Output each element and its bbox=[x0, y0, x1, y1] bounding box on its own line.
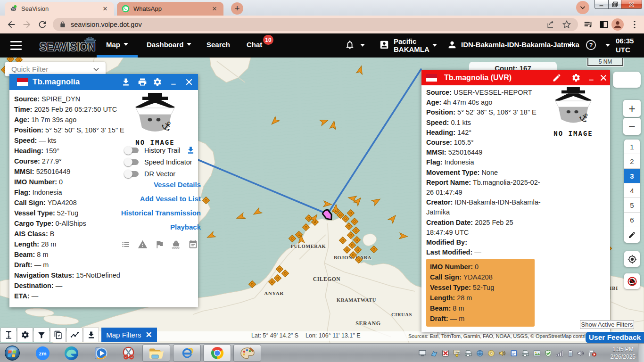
tray-volume-icon[interactable] bbox=[499, 350, 506, 357]
tray-printer-icon[interactable] bbox=[464, 350, 472, 357]
filter-button[interactable] bbox=[33, 328, 50, 342]
zoom-level-5[interactable]: 5 bbox=[624, 198, 640, 213]
download-icon[interactable] bbox=[121, 77, 131, 87]
taskbar-internet-explorer-app[interactable] bbox=[173, 345, 201, 362]
tray-display-icon[interactable] bbox=[419, 350, 427, 357]
tray-globe-icon[interactable] bbox=[476, 350, 484, 357]
zoom-level-6[interactable]: 6 bbox=[624, 213, 640, 227]
speed-indicator-toggle[interactable] bbox=[125, 159, 139, 165]
share-icon[interactable] bbox=[546, 20, 555, 29]
zoom-level-3[interactable]: 3 bbox=[624, 169, 640, 183]
gear-icon[interactable] bbox=[153, 77, 162, 87]
zoom-in-button[interactable]: + bbox=[623, 100, 641, 117]
browser-menu-dots-icon[interactable] bbox=[629, 19, 640, 30]
ship-icon[interactable] bbox=[171, 239, 181, 249]
notifications-bell-icon[interactable] bbox=[345, 39, 355, 50]
tray-network-share-icon[interactable] bbox=[430, 350, 438, 357]
account-name[interactable]: Pacific BAKAMLA bbox=[394, 37, 429, 53]
tab-close-icon[interactable]: ✕ bbox=[101, 5, 109, 13]
tab-whatsapp[interactable]: WhatsApp ✕ bbox=[117, 2, 223, 16]
calendar-icon[interactable] bbox=[188, 239, 198, 249]
tray-disconnected-icon[interactable] bbox=[442, 350, 449, 357]
historical-transmission-link[interactable]: Historical Transmission bbox=[118, 206, 201, 220]
taskbar-edge-app[interactable] bbox=[63, 345, 79, 361]
back-button[interactable] bbox=[6, 19, 17, 30]
tab-seavision[interactable]: SV SeaVision ✕ bbox=[5, 2, 114, 16]
menu-hamburger-icon[interactable] bbox=[10, 41, 22, 50]
taskbar-zoom-app[interactable]: zm bbox=[34, 345, 50, 361]
export-download-button[interactable] bbox=[83, 328, 99, 342]
taskbar-snipping-tool-app[interactable] bbox=[121, 345, 137, 361]
taskbar-paint-app[interactable] bbox=[233, 345, 261, 362]
window-minimize-button[interactable] bbox=[594, 0, 608, 9]
minimize-icon[interactable] bbox=[587, 73, 595, 82]
chevron-down-icon[interactable] bbox=[605, 44, 610, 47]
minimized-widget[interactable] bbox=[613, 72, 641, 88]
history-trail-toggle[interactable] bbox=[125, 148, 139, 153]
duplicate-map-button[interactable] bbox=[50, 328, 66, 342]
nav-tab-search[interactable]: Search bbox=[206, 33, 230, 55]
map-filters-button[interactable]: Map Filters ✕ bbox=[101, 328, 157, 342]
trail-download-icon[interactable] bbox=[186, 146, 195, 155]
playback-link[interactable]: Playback bbox=[118, 220, 201, 234]
nav-tab-dashboard[interactable]: Dashboard bbox=[147, 33, 191, 55]
side-panel-icon[interactable] bbox=[599, 19, 609, 30]
draw-pencil-button[interactable] bbox=[624, 227, 640, 243]
tray-language-icon[interactable] bbox=[510, 350, 518, 357]
help-icon[interactable]: ? bbox=[586, 40, 596, 50]
nav-tab-map[interactable]: Map bbox=[106, 33, 128, 55]
minimize-icon[interactable] bbox=[170, 77, 177, 87]
lock-icon[interactable] bbox=[59, 21, 66, 28]
show-active-filters-button[interactable]: Show Active Filters bbox=[580, 320, 634, 329]
track-chart-button[interactable] bbox=[66, 328, 83, 342]
tray-picture-icon[interactable] bbox=[533, 350, 541, 357]
window-close-button[interactable] bbox=[621, 0, 642, 9]
taskbar-explorer-app[interactable] bbox=[142, 345, 170, 362]
url-text[interactable]: seavision.volpe.dot.gov bbox=[71, 21, 546, 28]
zoom-out-button[interactable]: − bbox=[623, 118, 641, 135]
list-icon[interactable] bbox=[121, 239, 131, 249]
tray-action-center-flag-icon[interactable] bbox=[588, 349, 597, 357]
username-label[interactable]: IDN-Bakamla-IDN-Bakamla-Jatmika bbox=[461, 33, 579, 55]
map-settings-button[interactable] bbox=[17, 328, 33, 342]
tray-battery-icon[interactable] bbox=[568, 350, 573, 357]
warning-icon[interactable] bbox=[138, 239, 148, 249]
chevron-down-icon[interactable] bbox=[568, 44, 572, 47]
edit-pencil-icon[interactable] bbox=[552, 73, 561, 82]
start-button[interactable] bbox=[4, 345, 20, 361]
chevron-down-icon[interactable] bbox=[360, 44, 365, 47]
account-box-icon[interactable] bbox=[379, 40, 389, 50]
close-icon[interactable] bbox=[599, 73, 608, 82]
window-restore-button[interactable] bbox=[608, 0, 621, 9]
zoom-level-1[interactable]: 1 bbox=[624, 140, 640, 154]
user-person-icon[interactable] bbox=[447, 40, 457, 50]
vessel-details-link[interactable]: Vessel Details bbox=[118, 178, 201, 192]
print-icon[interactable] bbox=[138, 77, 147, 87]
tray-volume2-icon[interactable] bbox=[577, 350, 585, 357]
locate-button[interactable] bbox=[624, 251, 640, 267]
tray-antivirus-check-icon[interactable] bbox=[545, 350, 552, 357]
vessel-panel-ais-header[interactable]: Tb.magnolia bbox=[9, 74, 198, 90]
measure-tool-button[interactable] bbox=[0, 328, 17, 342]
profile-avatar[interactable] bbox=[611, 18, 624, 31]
flag-icon[interactable] bbox=[155, 239, 165, 249]
tray-printer2-icon[interactable] bbox=[521, 350, 529, 357]
zoom-level-4[interactable]: 4 bbox=[624, 183, 640, 198]
reload-button[interactable] bbox=[37, 19, 48, 30]
tray-signal-icon[interactable] bbox=[556, 350, 564, 357]
chevron-down-icon[interactable] bbox=[432, 44, 437, 47]
nav-tab-chat[interactable]: Chat bbox=[247, 33, 262, 55]
hide-vessels-button[interactable] bbox=[624, 273, 640, 289]
tab-search-chevron[interactable] bbox=[576, 1, 589, 14]
gear-icon[interactable] bbox=[571, 73, 581, 82]
vessel-panel-uvr-header[interactable]: Tb.magnolia (UVR) bbox=[421, 70, 610, 85]
add-vessel-to-list-link[interactable]: Add Vessel to List bbox=[118, 192, 201, 206]
media-controls-icon[interactable] bbox=[583, 19, 594, 30]
close-icon[interactable] bbox=[184, 77, 194, 87]
close-icon[interactable]: ✕ bbox=[145, 330, 152, 340]
taskbar-clock[interactable]: 1:35 PM 2/26/2025 bbox=[611, 346, 636, 361]
dr-vector-toggle[interactable] bbox=[125, 171, 139, 177]
zoom-level-2[interactable]: 2 bbox=[624, 154, 640, 169]
bookmark-star-icon[interactable] bbox=[562, 20, 571, 29]
tray-cd-icon[interactable] bbox=[487, 350, 495, 357]
